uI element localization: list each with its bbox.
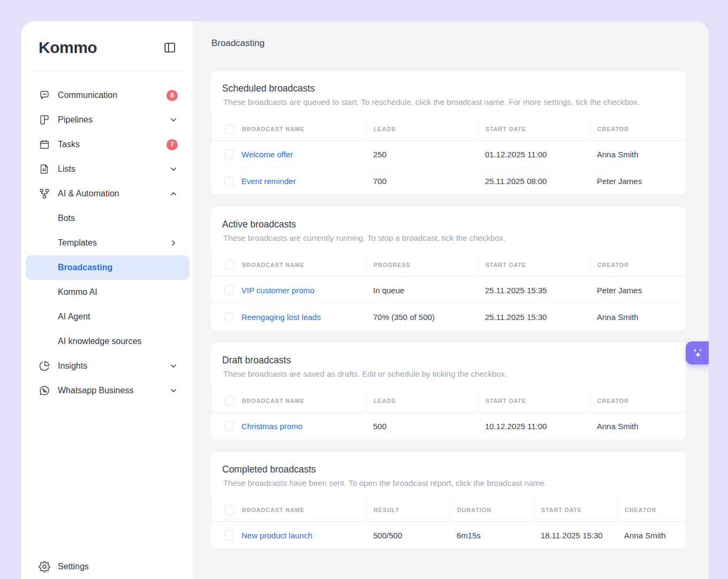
- broadcast-name-cell: Christmas promo: [211, 421, 366, 431]
- sidebar-item-label: Pipelines: [58, 115, 93, 125]
- column-header-label: CREATOR: [597, 262, 629, 268]
- column-header-creator: CREATOR: [590, 117, 686, 141]
- table-cell: 500: [366, 422, 478, 431]
- row-checkbox[interactable]: [224, 285, 234, 295]
- table-row: VIP customer promoIn queue25.11.2025 15:…: [211, 277, 686, 303]
- column-header-creator: CREATOR: [590, 253, 686, 277]
- select-all-checkbox[interactable]: [225, 260, 234, 270]
- column-header-broadcast-name: BROADCAST NAME: [211, 388, 366, 413]
- select-all-checkbox[interactable]: [225, 505, 234, 515]
- table-header-row: BROADCAST NAMELEADSSTART DATECREATOR: [211, 388, 686, 413]
- ai-assistant-button[interactable]: [686, 341, 709, 364]
- sidebar-item-broadcasting[interactable]: Broadcasting: [26, 255, 189, 280]
- column-header-label: BROADCAST NAME: [242, 507, 305, 513]
- sidebar-item-label: Bots: [58, 214, 75, 223]
- sidebar-item-ai-automation[interactable]: AI & Automation: [21, 181, 193, 206]
- table-body: New product launch500/5006m15s18.11.2025…: [211, 522, 686, 548]
- column-header-label: BROADCAST NAME: [242, 398, 305, 404]
- automation-icon: [39, 188, 50, 200]
- card-completed-broadcasts: Completed broadcastsThese broadcasts hav…: [211, 452, 686, 548]
- table-row: New product launch500/5006m15s18.11.2025…: [211, 522, 686, 548]
- table-cell: 500/500: [366, 531, 450, 540]
- sidebar-item-settings[interactable]: Settings: [21, 554, 193, 579]
- table-cell: 18.11.2025 15:30: [534, 531, 617, 540]
- sidebar-item-label: Lists: [58, 164, 75, 174]
- sidebar-item-ai-knowledge-sources[interactable]: AI knowledge sources: [21, 329, 193, 354]
- column-header-label: PROGRESS: [374, 262, 411, 268]
- table-row: Event reminder70025.11.2025 08:00Peter J…: [211, 167, 686, 194]
- gear-icon: [39, 561, 50, 573]
- sidebar-item-ai-agent[interactable]: AI Agent: [21, 304, 193, 329]
- table-cell: 700: [366, 177, 478, 186]
- column-header-creator: CREATOR: [617, 498, 686, 522]
- column-header-leads: LEADS: [366, 388, 478, 413]
- broadcast-name-cell: Reengaging lost leads: [211, 313, 366, 322]
- sidebar: Kommo Communication8PipelinesTasks7Lists…: [21, 21, 193, 579]
- column-header-label: LEADS: [374, 398, 396, 404]
- sidebar-item-tasks[interactable]: Tasks7: [21, 132, 193, 157]
- row-checkbox[interactable]: [224, 313, 234, 322]
- sidebar-item-label: Broadcasting: [58, 263, 112, 272]
- table-cell: Anna Smith: [590, 150, 686, 159]
- section-subtitle: These broadcasts are queued to start. To…: [223, 97, 674, 108]
- panel-left-icon[interactable]: [163, 41, 177, 55]
- row-checkbox[interactable]: [224, 530, 234, 540]
- column-header-label: CREATOR: [625, 507, 656, 513]
- column-header-broadcast-name: BROADCAST NAME: [211, 498, 366, 522]
- broadcast-name-link[interactable]: Welcome offer: [241, 150, 293, 159]
- sidebar-item-label: Settings: [58, 562, 89, 572]
- broadcast-name-link[interactable]: Christmas promo: [241, 422, 302, 431]
- broadcast-table: BROADCAST NAMELEADSSTART DATECREATORChri…: [211, 388, 686, 439]
- sidebar-item-whatsapp-business[interactable]: Whatsapp Business: [21, 378, 193, 403]
- broadcast-name-link[interactable]: VIP customer promo: [241, 286, 314, 295]
- pipelines-icon: [39, 114, 50, 126]
- chat-icon: [39, 89, 50, 101]
- kommo-logo: Kommo: [39, 39, 97, 57]
- column-header-creator: CREATOR: [590, 388, 686, 413]
- table-cell: 25.11.2025 15:30: [478, 313, 590, 322]
- table-cell: 70% (350 of 500): [366, 313, 478, 322]
- row-checkbox[interactable]: [224, 421, 234, 431]
- broadcast-table: BROADCAST NAMERESULTDURATIONSTART DATECR…: [211, 498, 686, 548]
- table-cell: Anna Smith: [617, 531, 686, 540]
- column-header-start-date: START DATE: [478, 253, 590, 277]
- table-cell: Anna Smith: [590, 313, 686, 322]
- broadcast-name-link[interactable]: Reengaging lost leads: [241, 313, 321, 322]
- column-header-label: BROADCAST NAME: [242, 126, 305, 132]
- row-checkbox[interactable]: [224, 177, 234, 186]
- table-cell: 01.12.2025 11:00: [478, 150, 590, 159]
- sidebar-item-label: Communication: [58, 90, 117, 100]
- chevron-right-icon: [169, 239, 178, 247]
- table-cell: In queue: [366, 286, 478, 295]
- table-cell: 25.11.2025 08:00: [478, 177, 590, 186]
- broadcast-name-link[interactable]: Event reminder: [241, 177, 296, 186]
- table-body: Welcome offer25001.12.2025 11:00Anna Smi…: [211, 141, 686, 194]
- sidebar-item-label: AI & Automation: [58, 189, 119, 199]
- sidebar-item-label: Templates: [58, 238, 97, 248]
- sidebar-item-pipelines[interactable]: Pipelines: [21, 108, 193, 132]
- sidebar-item-kommo-ai[interactable]: Kommo AI: [21, 280, 193, 304]
- sidebar-item-bots[interactable]: Bots: [21, 206, 193, 231]
- sidebar-item-communication[interactable]: Communication8: [21, 83, 193, 108]
- column-header-start-date: START DATE: [478, 117, 590, 141]
- broadcast-name-link[interactable]: New product launch: [241, 531, 313, 540]
- notification-badge: 8: [166, 90, 178, 101]
- sidebar-item-templates[interactable]: Templates: [21, 231, 193, 255]
- broadcast-name-cell: New product launch: [211, 530, 366, 540]
- select-all-checkbox[interactable]: [225, 396, 234, 406]
- section-title: Completed broadcasts: [222, 463, 675, 476]
- column-header-label: START DATE: [486, 262, 526, 268]
- broadcast-name-cell: Welcome offer: [211, 149, 366, 159]
- insights-icon: [39, 360, 50, 372]
- section-title: Active broadcasts: [222, 218, 675, 231]
- select-all-checkbox[interactable]: [225, 124, 234, 134]
- column-header-leads: LEADS: [366, 117, 478, 141]
- card-active-broadcasts: Active broadcastsThese broadcasts are cu…: [211, 207, 686, 330]
- sidebar-item-label: AI knowledge sources: [58, 337, 142, 346]
- sidebar-item-insights[interactable]: Insights: [21, 354, 193, 378]
- sidebar-item-lists[interactable]: Lists: [21, 157, 193, 181]
- row-checkbox[interactable]: [224, 149, 234, 159]
- sidebar-item-label: Tasks: [58, 140, 80, 149]
- column-header-label: START DATE: [486, 398, 526, 404]
- table-cell: 10.12.2025 11:00: [478, 422, 590, 431]
